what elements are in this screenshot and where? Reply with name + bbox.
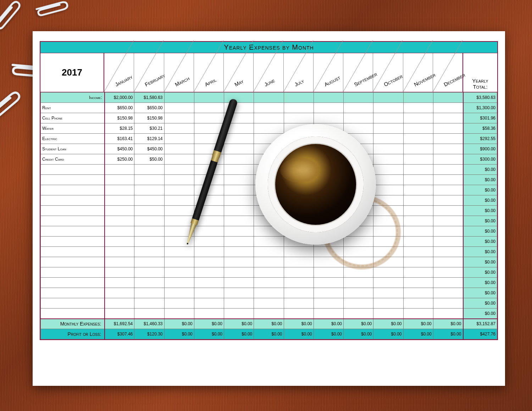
expense-row-0-value	[254, 103, 284, 113]
expense-row-14-value	[284, 247, 314, 257]
expense-row-17-value	[314, 278, 343, 288]
expense-row-14-value	[134, 247, 164, 257]
yearly-total-header: Yearly Total:	[463, 53, 497, 92]
expense-row-8-value	[194, 185, 224, 195]
expense-row-17-value	[254, 278, 284, 288]
expense-row-14-value	[224, 247, 254, 257]
expense-row-11-label	[41, 216, 105, 226]
expense-row-0-value	[403, 103, 433, 113]
expense-row-0-label: Rent	[41, 103, 105, 113]
expense-row-17-total: $0.00	[463, 278, 497, 288]
expense-row-16-value	[105, 267, 134, 278]
expense-row-2-value	[344, 123, 373, 134]
expense-row-8-value	[344, 185, 373, 195]
expense-row-0-value	[164, 103, 194, 113]
expense-row-16-value	[284, 267, 314, 278]
income-row-total: $3,580.63	[463, 93, 497, 103]
expense-row-7-value	[164, 175, 194, 185]
expense-row-9-value	[254, 195, 284, 206]
expense-row-3-value	[403, 134, 433, 144]
expense-row-1-value	[224, 113, 254, 123]
expense-row-10-value	[164, 206, 194, 216]
expense-row-13-value	[314, 237, 343, 247]
expense-row-7-value	[344, 175, 373, 185]
expense-row-19-value	[373, 298, 403, 309]
expense-row-4-total: $900.00	[463, 144, 497, 154]
expense-row-12-value	[403, 226, 433, 237]
expense-row-3-value	[344, 134, 373, 144]
expense-row-12-value	[105, 226, 134, 237]
expense-row-8-total: $0.00	[463, 185, 497, 195]
month-header-april: April	[194, 53, 224, 92]
expense-row-18-value	[344, 288, 373, 298]
expense-row-18-value	[373, 288, 403, 298]
expense-row-2-value	[314, 123, 343, 134]
expense-row-10-value	[254, 206, 284, 216]
expense-row-10-value	[194, 206, 224, 216]
expense-row-19-value	[403, 298, 433, 309]
monthly-expenses-row-value: $0.00	[344, 319, 373, 329]
month-header-december: December	[433, 53, 463, 92]
expense-row-5-label: Credit Card	[41, 154, 105, 165]
expense-row-2: Water$28.15$30.21$58.36	[41, 123, 497, 134]
expense-row-0-value	[373, 103, 403, 113]
expense-row-3: Electric$163.41$129.14$292.55	[41, 134, 497, 144]
expense-row-10-value	[373, 206, 403, 216]
profit-loss-row-total: $427.76	[463, 329, 497, 339]
expense-row-14-value	[403, 247, 433, 257]
expense-row-15-value	[284, 257, 314, 267]
monthly-expenses-row-value: $0.00	[254, 319, 284, 329]
expense-row-8-value	[433, 185, 463, 195]
monthly-expenses-row-label: Monthly Expenses:	[41, 319, 105, 329]
profit-loss-row-value: $0.00	[164, 329, 194, 339]
expense-row-4-value	[224, 144, 254, 154]
expense-row-17: $0.00	[41, 278, 497, 288]
expense-row-8-label	[41, 185, 105, 195]
income-row-value: $1,580.63	[134, 93, 164, 103]
expense-row-20-value	[344, 309, 373, 319]
expense-row-3-value	[433, 134, 463, 144]
monthly-expenses-row-value: $0.00	[224, 319, 254, 329]
expense-row-2-value	[284, 123, 314, 134]
expense-row-17-label	[41, 278, 105, 288]
expense-row-2-value: $30.21	[134, 123, 164, 134]
expense-row-15-value	[164, 257, 194, 267]
expense-row-20-value	[134, 309, 164, 319]
paperclip-icon	[0, 84, 27, 128]
profit-loss-row-value: $307.46	[105, 329, 134, 339]
expense-row-1-value	[314, 113, 343, 123]
expense-row-13-label	[41, 237, 105, 247]
expense-row-6-value	[373, 165, 403, 175]
expense-row-2-value	[254, 123, 284, 134]
expense-row-5-value	[194, 154, 224, 165]
expense-row-11-value	[314, 216, 343, 226]
expense-row-7-value	[314, 175, 343, 185]
expense-row-0-value	[194, 103, 224, 113]
expense-row-3-value	[284, 134, 314, 144]
income-row-value	[254, 93, 284, 103]
expense-row-3-label: Electric	[41, 134, 105, 144]
expense-row-3-value: $129.14	[134, 134, 164, 144]
expense-row-15-value	[105, 257, 134, 267]
expense-row-13-value	[164, 237, 194, 247]
expense-row-15-total: $0.00	[463, 257, 497, 267]
expense-row-0-value	[224, 103, 254, 113]
expense-row-2-value	[373, 123, 403, 134]
expense-row-6-value	[134, 165, 164, 175]
month-header-july: July	[284, 53, 314, 92]
expense-row-9-value	[433, 195, 463, 206]
expense-row-10-value	[224, 206, 254, 216]
income-row-value	[403, 93, 433, 103]
expense-row-20-value	[164, 309, 194, 319]
expense-row-15-value	[314, 257, 343, 267]
expense-row-17-value	[134, 278, 164, 288]
expense-row-14-value	[314, 247, 343, 257]
expense-row-11-value	[164, 216, 194, 226]
expense-grid: Income:$2,000.00$1,580.63$3,580.63Rent$6…	[40, 92, 497, 339]
expense-row-5-value: $250.00	[105, 154, 134, 165]
expense-row-3-value	[314, 134, 343, 144]
month-header-march: March	[164, 53, 194, 92]
expense-row-15-value	[373, 257, 403, 267]
expense-row-5-value	[224, 154, 254, 165]
expense-row-6-value	[105, 165, 134, 175]
